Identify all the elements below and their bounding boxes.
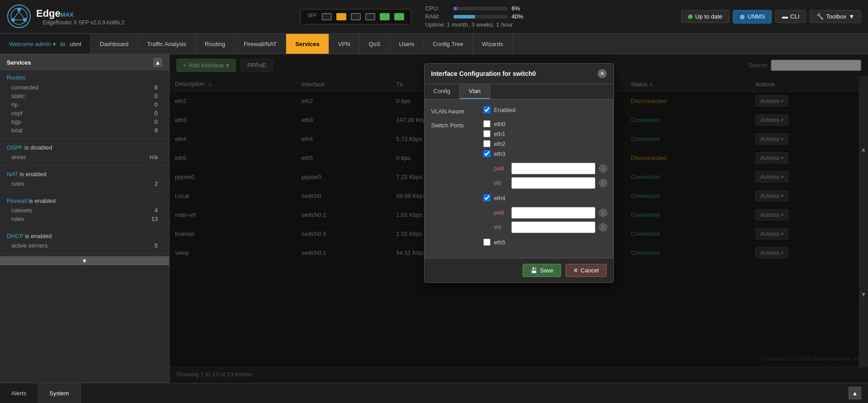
status-button[interactable]: Up to date [681,10,729,23]
routes-link[interactable]: Routes [7,74,162,81]
port-eth4 [380,13,390,20]
port-eth0 [322,13,332,20]
save-label: Save [540,267,553,274]
cpu-row: CPU: 6% [425,5,523,12]
port-eth0-checkbox[interactable] [483,120,491,127]
tab-qos[interactable]: QoS [360,34,390,54]
bottom-scroll-button[interactable]: ▲ [849,387,861,399]
sidebar-row-ospf: ospf0 [7,109,162,117]
eth3-vid-input[interactable] [511,177,595,189]
sidebar-scroll-down[interactable]: ▼ [0,256,169,265]
center-status: SFP CPU: 6% RAM: 40% [151,5,672,28]
nav-welcome[interactable]: Welcome admin ▾ [9,41,56,47]
port-eth2-checkbox[interactable] [483,140,491,147]
eth4-vid-row: vid i [494,221,607,233]
sidebar-scroll-up[interactable]: ▲ [153,58,162,67]
port-eth2-row: eth2 [483,140,607,147]
unms-button[interactable]: ⊕ UNMS [733,10,772,23]
sidebar-row-rulesets: rulesets4 [7,206,162,215]
sidebar-row-bgp: bgp0 [7,117,162,126]
port-eth1-row: eth1 [483,130,607,137]
modal-close-button[interactable]: ✕ [598,69,607,78]
sidebar-firewall-section: Firewall is enabled rulesets4 rules13 [0,192,169,227]
svg-line-6 [14,11,19,19]
eth4-pvid-row: pvid i [494,207,607,219]
vlan-aware-value: Enabled [494,107,516,113]
vlan-aware-checkbox[interactable] [483,106,491,113]
port-eth5-label: eth5 [494,239,505,246]
modal-tab-config[interactable]: Config [425,84,460,99]
tab-firewall[interactable]: Firewall/NAT [235,34,286,54]
port-eth1-checkbox[interactable] [483,130,491,137]
port-eth4-checkbox[interactable] [483,194,491,202]
tab-dashboard[interactable]: Dashboard [91,34,138,54]
unms-label: UNMS [748,13,765,20]
eth3-pvid-input[interactable] [511,163,595,174]
tab-wizards[interactable]: Wizards [473,34,513,54]
port-eth1 [336,13,346,20]
dhcp-link[interactable]: DHCP [7,233,24,239]
port-eth5-checkbox[interactable] [483,239,491,246]
nav-to: to [61,41,66,47]
eth3-vid-info[interactable]: i [599,179,607,187]
modal-tab-vlan[interactable]: Vlan [460,84,490,99]
port-eth5-row: eth5 [483,239,607,246]
sidebar-row-total: total9 [7,126,162,135]
save-icon: 💾 [530,267,538,274]
sidebar: Services ▲ Routes connected8 static0 rip… [0,54,170,383]
nav-left: Welcome admin ▾ to ubnt [0,34,91,54]
tab-services[interactable]: Services [286,34,329,54]
device-icons: SFP [300,9,411,24]
cancel-icon: ✕ [573,267,578,274]
tab-routing[interactable]: Routing [196,34,235,54]
switch-ports-row: Switch Ports eth0 [431,120,607,246]
tab-config[interactable]: Config Tree [424,34,473,54]
system-stats: CPU: 6% RAM: 40% Uptime: 1 month, 3 week… [425,5,523,28]
modal-footer: 💾 Save ✕ Cancel [425,258,613,282]
sidebar-row-active-servers: active servers5 [7,241,162,250]
eth4-pvid-info[interactable]: i [599,209,607,217]
firewall-link[interactable]: Firewall [7,197,27,204]
cpu-value: 6% [511,5,520,12]
bottom-tab-alerts[interactable]: Alerts [0,383,38,403]
ports-checkbox-group: eth0 eth1 eth2 [483,120,607,246]
sidebar-row-fw-rules: rules13 [7,215,162,223]
sidebar-title: Services [7,59,31,66]
router-name: EdgeRouter X SFP v2.0.9-hotfix.2 [43,19,125,26]
tab-users[interactable]: Users [390,34,424,54]
tab-traffic[interactable]: Traffic Analysis [138,34,196,54]
cpu-bar [453,7,457,10]
eth4-vid-info[interactable]: i [599,223,607,231]
ram-bar [453,15,475,19]
port-eth3-label: eth3 [494,150,505,157]
save-button[interactable]: 💾 Save [523,264,561,277]
port-eth2-label: eth2 [494,141,505,147]
toolbox-arrow: ▼ [849,13,854,20]
cancel-button[interactable]: ✕ Cancel [566,264,606,277]
eth3-pvid-label: pvid [494,165,508,172]
modal-body: VLAN Aware Enabled Switch Ports [425,99,613,258]
bottom-tab-system[interactable]: System [38,383,80,403]
nav-bar: Welcome admin ▾ to ubnt Dashboard Traffi… [0,34,868,54]
port-eth3-checkbox[interactable] [483,150,491,157]
ram-row: RAM: 40% [425,13,523,20]
ospf-link[interactable]: OSPF [7,144,23,151]
port-eth4-label: eth4 [494,195,505,202]
cli-button[interactable]: ▬ CLI [775,10,806,23]
cpu-bar-container [453,7,508,10]
modal-overlay: Interface Configuration for switch0 ✕ Co… [170,54,868,383]
toolbox-button[interactable]: 🔧 Toolbox ▼ [810,10,861,23]
vlan-aware-row: VLAN Aware Enabled [431,106,607,115]
port-eth0-label: eth0 [494,121,505,127]
eth3-pvid-info[interactable]: i [599,164,607,173]
eth4-vid-input[interactable] [511,221,595,233]
nav-tabs: Dashboard Traffic Analysis Routing Firew… [91,34,868,54]
tab-vpn[interactable]: VPN [329,34,360,54]
nat-link[interactable]: NAT [7,171,18,178]
svg-line-5 [19,11,24,19]
cpu-label: CPU: [425,5,450,12]
eth4-pvid-input[interactable] [511,207,595,219]
status-label: Up to date [695,13,722,20]
top-right-buttons: Up to date ⊕ UNMS ▬ CLI 🔧 Toolbox ▼ [681,10,861,23]
switch-ports-label: Switch Ports [431,120,476,129]
